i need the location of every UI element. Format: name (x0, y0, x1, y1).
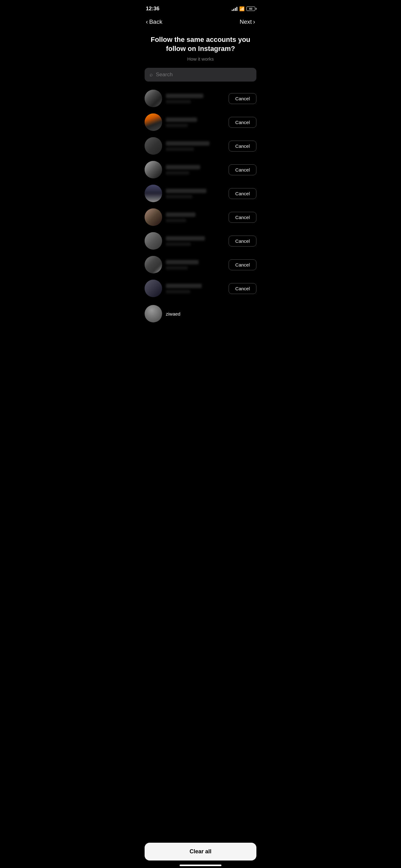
search-container: ⌕ (140, 64, 261, 87)
cancel-button[interactable]: Cancel (229, 283, 257, 294)
account-name-blur (166, 118, 197, 122)
account-info (166, 189, 225, 198)
account-sub-blur (166, 124, 188, 127)
account-info (166, 284, 225, 293)
account-sub-blur (166, 219, 186, 222)
account-name-blur (166, 141, 209, 146)
chevron-left-icon: ‹ (146, 18, 148, 25)
search-input[interactable] (156, 71, 252, 78)
avatar (144, 114, 162, 131)
cancel-button[interactable]: Cancel (229, 164, 257, 175)
title-section: Follow the same accounts you follow on I… (140, 30, 261, 64)
cancel-button[interactable]: Cancel (229, 212, 257, 223)
account-sub-blur (166, 290, 190, 293)
avatar (144, 161, 162, 178)
account-sub-blur (166, 195, 192, 198)
nav-bar: ‹ Back Next › (140, 16, 261, 30)
account-info: ziwaed (166, 311, 257, 316)
avatar (144, 305, 162, 322)
account-info (166, 213, 225, 222)
account-sub-blur (166, 266, 188, 270)
list-item: Cancel (140, 253, 261, 277)
account-name-blur (166, 260, 199, 264)
avatar (144, 280, 162, 297)
signal-icon (232, 6, 237, 11)
cancel-button[interactable]: Cancel (229, 259, 257, 270)
account-list: Cancel Cancel Cancel Cancel (140, 87, 261, 355)
avatar (144, 90, 162, 107)
account-name-blur (166, 236, 205, 241)
battery-icon: 83 (246, 6, 255, 11)
account-info (166, 236, 225, 246)
back-button[interactable]: ‹ Back (146, 18, 162, 25)
cancel-button[interactable]: Cancel (229, 188, 257, 199)
list-item: Cancel (140, 158, 261, 182)
avatar (144, 185, 162, 202)
avatar (144, 232, 162, 250)
account-sub-blur (166, 148, 194, 151)
account-sub-blur (166, 100, 191, 103)
search-bar[interactable]: ⌕ (144, 68, 257, 82)
cancel-button[interactable]: Cancel (229, 236, 257, 247)
account-info (166, 141, 225, 151)
cancel-button[interactable]: Cancel (229, 93, 257, 104)
account-name-blur (166, 189, 206, 193)
account-username: ziwaed (166, 311, 257, 316)
account-name-blur (166, 284, 202, 288)
avatar (144, 137, 162, 155)
next-label: Next (239, 19, 252, 25)
status-bar: 12:36 📶 83 (140, 0, 261, 16)
back-label: Back (149, 19, 162, 25)
list-item: Cancel (140, 205, 261, 229)
list-item: Cancel (140, 110, 261, 134)
wifi-icon: 📶 (239, 6, 244, 11)
account-sub-blur (166, 171, 189, 175)
list-item: Cancel (140, 134, 261, 158)
chevron-right-icon: › (253, 18, 255, 25)
cancel-button[interactable]: Cancel (229, 141, 257, 152)
next-button[interactable]: Next › (239, 18, 255, 25)
list-item: Cancel (140, 277, 261, 300)
page-title: Follow the same accounts you follow on I… (147, 35, 254, 53)
status-icons: 📶 83 (232, 6, 255, 11)
cancel-button[interactable]: Cancel (229, 117, 257, 128)
search-icon: ⌕ (149, 71, 153, 78)
avatar (144, 256, 162, 273)
status-time: 12:36 (146, 6, 159, 12)
account-name-blur (166, 165, 200, 169)
account-sub-blur (166, 243, 191, 246)
list-item: Cancel (140, 182, 261, 205)
account-info (166, 260, 225, 270)
account-info (166, 165, 225, 175)
account-name-blur (166, 94, 203, 98)
how-it-works-link[interactable]: How it works (147, 56, 254, 62)
avatar (144, 208, 162, 226)
account-info (166, 118, 225, 127)
list-item: Cancel (140, 87, 261, 110)
account-name-blur (166, 213, 196, 217)
list-item: ziwaed (140, 300, 261, 324)
list-item: Cancel (140, 229, 261, 253)
account-info (166, 94, 225, 103)
